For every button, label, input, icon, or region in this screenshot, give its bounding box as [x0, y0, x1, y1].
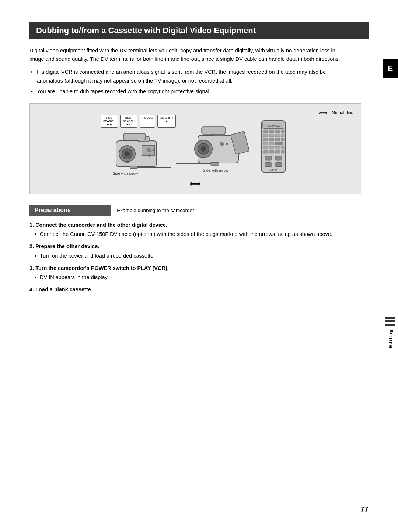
camcorder-left-area: RECSEARCH◄◄ REC+SEARCH►/II FOCUS AE SHIF…: [101, 115, 176, 178]
step-list: 1. Connect the camcorder and the other d…: [29, 221, 346, 294]
svg-rect-23: [211, 162, 219, 165]
camcorder-left-svg: Side with arrow Canon: [105, 130, 171, 178]
step-4-title: 4. Load a blank cassette.: [29, 286, 92, 292]
svg-rect-49: [269, 151, 274, 154]
signal-flow-arrow-icon: ⟺: [319, 109, 327, 117]
svg-rect-45: [269, 146, 274, 149]
step-3-sub-1: DV IN appears in the display.: [33, 273, 346, 282]
svg-rect-46: [275, 146, 280, 149]
svg-rect-37: [263, 138, 268, 141]
svg-rect-44: [263, 146, 268, 149]
svg-point-17: [201, 146, 206, 152]
speech-bubbles: RECSEARCH◄◄ REC+SEARCH►/II FOCUS AE SHIF…: [101, 115, 176, 128]
remote-control-area: REC PAUSE: [257, 119, 290, 178]
editing-sidebar-text: Editing: [388, 329, 393, 348]
svg-rect-36: [281, 134, 284, 137]
svg-rect-51: [281, 151, 284, 154]
editing-bar-2: [385, 320, 395, 322]
step-3-subs: DV IN appears in the display.: [33, 273, 346, 282]
remote-svg: REC PAUSE: [257, 119, 290, 178]
side-tab-e: E: [383, 59, 398, 78]
svg-text:Canon: Canon: [269, 168, 277, 171]
bottom-arrow-icon: ⟺: [37, 179, 353, 189]
svg-rect-31: [275, 130, 280, 133]
preparations-section: Preparations Example dubbing to the camc…: [29, 205, 369, 294]
svg-text:Side with arrow: Side with arrow: [203, 168, 228, 173]
page-container: E Dubbing to/from a Cassette with Digita…: [0, 0, 398, 532]
svg-rect-34: [269, 134, 274, 137]
camcorder-right-svg: Side with arrow: [176, 122, 249, 178]
camcorder-right-area: Side with arrow: [176, 122, 249, 178]
step-1-title: 1. Connect the camcorder and the other d…: [29, 222, 167, 228]
step-2-sub-1: Turn on the power and load a recorded ca…: [33, 252, 346, 260]
svg-rect-29: [263, 130, 268, 133]
svg-point-7: [147, 148, 151, 152]
step-1-sub-1: Connect the Canon CV-150F DV cable (opti…: [33, 230, 346, 239]
svg-rect-33: [263, 134, 268, 137]
editing-bar-1: [385, 317, 395, 319]
example-box: Example dubbing to the camcorder: [112, 206, 199, 215]
svg-text:REC PAUSE: REC PAUSE: [267, 125, 281, 127]
svg-point-21: [220, 142, 224, 146]
svg-point-8: [153, 149, 155, 151]
svg-rect-32: [281, 130, 284, 133]
svg-rect-35: [275, 134, 280, 137]
bullet-item-2: You are unable to dub tapes recorded wit…: [29, 87, 350, 96]
svg-text:Side with arrow: Side with arrow: [113, 171, 138, 175]
svg-rect-39: [275, 138, 280, 141]
svg-point-9: [148, 154, 150, 157]
step-2-title: 2. Prepare the other device.: [29, 243, 99, 249]
bubble-focus: FOCUS: [140, 115, 155, 128]
diagram-inner: RECSEARCH◄◄ REC+SEARCH►/II FOCUS AE SHIF…: [37, 111, 353, 178]
svg-rect-53: [275, 156, 282, 160]
step-1-subs: Connect the Canon CV-150F DV cable (opti…: [33, 230, 346, 239]
svg-rect-38: [269, 138, 274, 141]
step-2-subs: Turn on the power and load a recorded ca…: [33, 252, 346, 260]
preparations-header: Preparations: [29, 205, 111, 216]
svg-rect-52: [265, 156, 272, 160]
editing-sidebar: Editing: [383, 313, 398, 352]
step-3-title: 3. Turn the camcorder's POWER switch to …: [29, 265, 169, 271]
page-number: 77: [360, 505, 369, 514]
bubble-ae-shift: AE SHIFT■: [157, 115, 176, 128]
step-2: 2. Prepare the other device. Turn on the…: [29, 242, 346, 260]
svg-rect-55: [275, 163, 282, 167]
step-1: 1. Connect the camcorder and the other d…: [29, 221, 346, 239]
editing-bar-3: [385, 324, 395, 326]
svg-point-3: [125, 151, 130, 156]
bubble-rec-search: RECSEARCH◄◄: [101, 115, 118, 128]
svg-rect-40: [281, 138, 284, 141]
svg-rect-54: [265, 163, 272, 167]
svg-point-22: [226, 143, 228, 145]
step-4: 4. Load a blank cassette.: [29, 285, 346, 294]
svg-rect-6: [123, 133, 146, 140]
bubble-rec-plus-search: REC+SEARCH►/II: [120, 115, 137, 128]
intro-bullets: If a digital VCR is connected and an ano…: [29, 68, 350, 96]
svg-rect-20: [202, 127, 226, 134]
svg-rect-48: [263, 151, 268, 154]
svg-rect-50: [275, 151, 280, 154]
svg-rect-47: [281, 146, 284, 149]
svg-text:Canon: Canon: [122, 160, 130, 164]
diagram-box: ⟺ : Signal flow RECSEARCH◄◄ REC+SEARCH►/…: [29, 103, 361, 194]
svg-rect-30: [269, 130, 274, 133]
page-title: Dubbing to/from a Cassette with Digital …: [29, 22, 369, 39]
bullet-item-1: If a digital VCR is connected and an ano…: [29, 68, 350, 85]
svg-rect-41: [263, 142, 268, 145]
signal-flow-label: ⟺ : Signal flow: [319, 109, 353, 117]
svg-rect-43: [275, 142, 283, 145]
step-3: 3. Turn the camcorder's POWER switch to …: [29, 264, 346, 282]
svg-rect-10: [130, 166, 137, 169]
svg-rect-42: [269, 142, 274, 145]
intro-paragraph: Digital video equipment fitted with the …: [29, 46, 350, 63]
